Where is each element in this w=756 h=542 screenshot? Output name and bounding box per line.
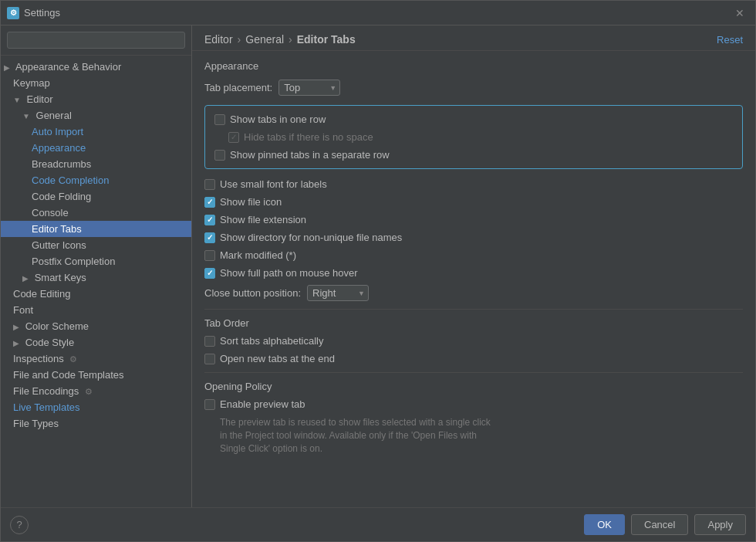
sidebar-item-breadcrumbs[interactable]: Breadcrumbs: [1, 156, 191, 172]
sidebar-item-keymap[interactable]: Keymap: [1, 75, 191, 91]
opening-policy-header: Opening Policy: [204, 381, 743, 392]
sidebar-item-code-style[interactable]: ▶ Code Style: [1, 334, 191, 351]
tab-placement-label: Tab placement:: [204, 82, 272, 93]
sidebar-item-code-folding[interactable]: Code Folding: [1, 188, 191, 205]
close-position-select[interactable]: Right Left Hidden: [307, 285, 369, 301]
sidebar-label: Smart Keys: [35, 272, 86, 283]
sidebar-item-console[interactable]: Console: [1, 205, 191, 221]
sidebar-label: Color Scheme: [25, 320, 89, 332]
sidebar-label: Live Templates: [13, 401, 79, 413]
sidebar-item-file-code-templates[interactable]: File and Code Templates: [1, 367, 191, 383]
sidebar-label: General: [36, 110, 72, 121]
sidebar-item-file-types[interactable]: File Types: [1, 415, 191, 432]
use-small-font-checkbox[interactable]: [204, 179, 215, 190]
tab-placement-row: Tab placement: Top Bottom Left Right Non…: [204, 80, 743, 96]
expand-arrow: ▶: [4, 63, 10, 72]
show-full-path-row: Show full path on mouse hover: [204, 267, 743, 279]
show-file-extension-checkbox[interactable]: [204, 215, 215, 225]
show-tabs-one-row-row: Show tabs in one row: [214, 113, 733, 125]
use-small-font-label: Use small font for labels: [220, 178, 327, 190]
show-file-icon-row: Show file icon: [204, 196, 743, 208]
breadcrumb-editor-tabs: Editor Tabs: [297, 33, 356, 46]
expand-arrow: ▼: [22, 112, 30, 120]
expand-arrow: ▶: [22, 274, 29, 283]
hide-tabs-no-space-row: Hide tabs if there is no space: [214, 131, 733, 143]
show-pinned-separate-label: Show pinned tabs in a separate row: [230, 149, 390, 161]
tab-placement-select-wrapper: Top Bottom Left Right None: [278, 80, 340, 96]
main-header: Editor › General › Editor Tabs Reset: [192, 25, 755, 51]
sidebar-item-general[interactable]: ▼ General: [1, 107, 191, 124]
sidebar-item-auto-import[interactable]: Auto Import: [1, 124, 191, 140]
show-tabs-one-row-checkbox[interactable]: [214, 114, 225, 125]
sidebar-label: Code Folding: [32, 191, 91, 202]
sidebar-item-appearance[interactable]: Appearance: [1, 140, 191, 156]
sidebar-label: File Types: [13, 418, 59, 429]
show-full-path-checkbox[interactable]: [204, 268, 215, 279]
breadcrumb: Editor › General › Editor Tabs: [204, 33, 356, 46]
sidebar-item-postfix-completion[interactable]: Postfix Completion: [1, 253, 191, 269]
expand-arrow: ▶: [13, 339, 19, 347]
breadcrumb-editor: Editor: [204, 33, 233, 46]
sidebar-label: File and Code Templates: [13, 369, 124, 381]
sort-tabs-alphabetically-label: Sort tabs alphabetically: [220, 335, 323, 347]
breadcrumb-sep1: ›: [238, 33, 241, 46]
sidebar-label: Auto Import: [32, 126, 83, 137]
sidebar-item-inspections[interactable]: Inspections ⚙: [1, 351, 191, 367]
reset-link[interactable]: Reset: [717, 34, 743, 46]
sidebar-label: Code Completion: [32, 174, 109, 186]
search-input[interactable]: [7, 32, 185, 49]
sidebar-item-font[interactable]: Font: [1, 302, 191, 318]
title-bar: ⚙ Settings ✕: [1, 1, 755, 25]
sidebar-item-appearance-behavior[interactable]: ▶ Appearance & Behavior: [1, 59, 191, 75]
settings-dialog: ⚙ Settings ✕ ▶ Appearance & Behavior Key…: [0, 0, 756, 542]
cancel-button[interactable]: Cancel: [631, 514, 688, 535]
main-content: Editor › General › Editor Tabs Reset App…: [192, 25, 755, 507]
show-file-extension-label: Show file extension: [220, 214, 306, 225]
mark-modified-label: Mark modified (*): [220, 249, 296, 261]
sidebar-label: Gutter Icons: [32, 239, 86, 251]
sidebar-item-editor-tabs[interactable]: Editor Tabs: [1, 221, 191, 237]
show-file-icon-label: Show file icon: [220, 196, 282, 208]
hide-tabs-no-space-label: Hide tabs if there is no space: [244, 131, 373, 143]
sidebar-item-color-scheme[interactable]: ▶ Color Scheme: [1, 318, 191, 334]
preview-tab-helper-text: The preview tab is reused to show files …: [220, 416, 743, 455]
enable-preview-tab-checkbox[interactable]: [204, 399, 215, 410]
mark-modified-row: Mark modified (*): [204, 249, 743, 261]
help-button[interactable]: ?: [10, 516, 29, 534]
show-directory-nonunique-checkbox[interactable]: [204, 232, 215, 243]
sidebar-tree: ▶ Appearance & Behavior Keymap ▼ Editor …: [1, 56, 191, 507]
sidebar-item-code-editing[interactable]: Code Editing: [1, 286, 191, 302]
sort-tabs-alphabetically-checkbox[interactable]: [204, 336, 215, 347]
dialog-body: ▶ Appearance & Behavior Keymap ▼ Editor …: [1, 25, 755, 507]
sidebar-item-file-encodings[interactable]: File Encodings ⚙: [1, 383, 191, 399]
separator2: [204, 372, 743, 373]
content-area: Appearance Tab placement: Top Bottom Lef…: [192, 51, 755, 507]
opening-policy-section: Opening Policy Enable preview tab The pr…: [204, 381, 743, 455]
settings-icon: ⚙: [85, 387, 93, 396]
sidebar-label: Postfix Completion: [32, 256, 115, 267]
sidebar-label: Appearance & Behavior: [15, 61, 121, 73]
close-position-label: Close button position:: [204, 287, 301, 299]
show-file-icon-checkbox[interactable]: [204, 197, 215, 208]
enable-preview-tab-row: Enable preview tab: [204, 398, 743, 410]
close-button[interactable]: ✕: [731, 4, 749, 22]
sidebar-item-editor[interactable]: ▼ Editor: [1, 91, 191, 107]
dialog-footer: ? OK Cancel Apply: [1, 507, 755, 541]
sidebar-label: Font: [13, 304, 33, 316]
ok-button[interactable]: OK: [584, 514, 625, 535]
app-icon: ⚙: [7, 7, 19, 19]
show-pinned-separate-checkbox[interactable]: [214, 150, 225, 161]
open-new-tabs-end-checkbox[interactable]: [204, 354, 215, 364]
show-pinned-separate-row: Show pinned tabs in a separate row: [214, 149, 733, 161]
apply-button[interactable]: Apply: [694, 514, 746, 535]
sidebar-item-live-templates[interactable]: Live Templates: [1, 399, 191, 415]
tab-placement-select[interactable]: Top Bottom Left Right None: [278, 80, 340, 96]
enable-preview-tab-label: Enable preview tab: [220, 398, 305, 410]
sidebar-item-gutter-icons[interactable]: Gutter Icons: [1, 237, 191, 253]
sidebar-label: Inspections: [13, 353, 64, 364]
mark-modified-checkbox[interactable]: [204, 250, 215, 261]
sidebar-item-code-completion[interactable]: Code Completion: [1, 172, 191, 188]
sidebar-label: Appearance: [32, 142, 86, 154]
sidebar: ▶ Appearance & Behavior Keymap ▼ Editor …: [1, 25, 192, 507]
sidebar-item-smart-keys[interactable]: ▶ Smart Keys: [1, 269, 191, 286]
